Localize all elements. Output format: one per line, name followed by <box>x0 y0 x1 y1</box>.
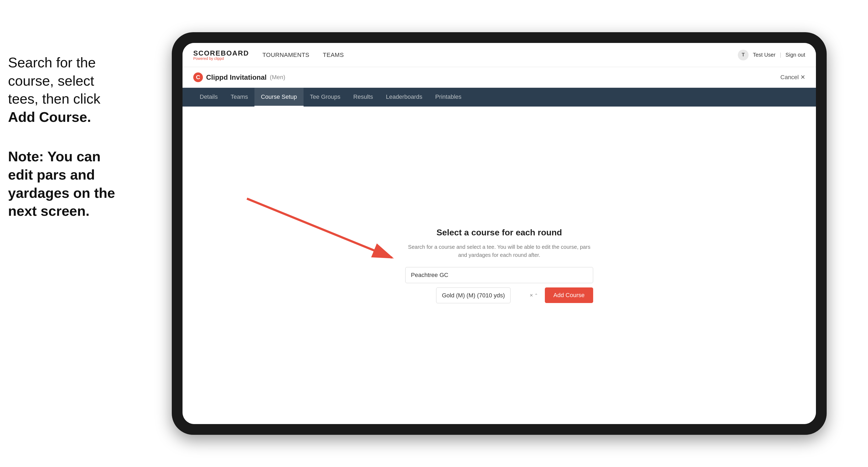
instruction-line2: course, select <box>8 72 164 90</box>
instructions-panel: Search for the course, select tees, then… <box>8 54 164 220</box>
tablet-frame: SCOREBOARD Powered by clippd TOURNAMENTS… <box>172 32 827 435</box>
tab-details[interactable]: Details <box>193 88 224 106</box>
tab-bar: Details Teams Course Setup Tee Groups Re… <box>183 88 816 106</box>
tab-leaderboards[interactable]: Leaderboards <box>379 88 429 106</box>
tournament-header: C Clippd Invitational (Men) Cancel ✕ <box>183 67 816 88</box>
course-select-box: Select a course for each round Search fo… <box>405 227 593 303</box>
main-content: Select a course for each round Search fo… <box>183 106 816 424</box>
cancel-label: Cancel <box>780 74 799 81</box>
user-avatar: T <box>738 50 749 60</box>
note-line2: edit pars and <box>8 166 164 184</box>
course-select-desc: Search for a course and select a tee. Yo… <box>405 243 593 259</box>
note-line4: next screen. <box>8 202 164 220</box>
tee-select-wrapper: Gold (M) (M) (7010 yds) <box>405 287 541 303</box>
tournament-name: Clippd Invitational <box>206 73 267 82</box>
cancel-button[interactable]: Cancel ✕ <box>780 74 805 81</box>
nav-separator: | <box>780 52 781 58</box>
tournament-title: C Clippd Invitational (Men) <box>193 72 285 82</box>
tablet-screen: SCOREBOARD Powered by clippd TOURNAMENTS… <box>183 43 816 424</box>
tab-results[interactable]: Results <box>347 88 379 106</box>
tab-course-setup[interactable]: Course Setup <box>254 88 304 106</box>
logo-sub: Powered by clippd <box>193 57 249 60</box>
sign-out-link[interactable]: Sign out <box>785 52 805 58</box>
tab-teams[interactable]: Teams <box>224 88 254 106</box>
note-line1: Note: You can <box>8 148 164 166</box>
tee-selector-row: Gold (M) (M) (7010 yds) Add Course <box>405 287 593 303</box>
top-nav: SCOREBOARD Powered by clippd TOURNAMENTS… <box>183 43 816 67</box>
tab-printables[interactable]: Printables <box>429 88 468 106</box>
tee-select[interactable]: Gold (M) (M) (7010 yds) <box>436 287 510 303</box>
logo: SCOREBOARD Powered by clippd <box>193 50 249 60</box>
user-area: T Test User | Sign out <box>738 50 805 60</box>
instruction-line4: Add Course. <box>8 108 164 126</box>
clippd-icon: C <box>193 72 203 82</box>
nav-teams[interactable]: TEAMS <box>323 52 344 59</box>
instruction-note: Note: You can edit pars and yardages on … <box>8 148 164 220</box>
tournament-gender: (Men) <box>270 74 285 81</box>
nav-tournaments[interactable]: TOURNAMENTS <box>262 52 309 59</box>
main-nav: TOURNAMENTS TEAMS <box>262 52 344 59</box>
add-course-button[interactable]: Add Course <box>545 287 593 303</box>
tab-tee-groups[interactable]: Tee Groups <box>304 88 347 106</box>
note-line3: yardages on the <box>8 184 164 203</box>
instruction-line3: tees, then click <box>8 90 164 108</box>
cancel-x-icon: ✕ <box>800 74 805 81</box>
course-search-input[interactable] <box>405 267 593 283</box>
course-select-title: Select a course for each round <box>405 227 593 238</box>
logo-text: SCOREBOARD <box>193 50 249 57</box>
user-label: Test User <box>753 52 775 58</box>
instruction-line1: Search for the <box>8 54 164 72</box>
